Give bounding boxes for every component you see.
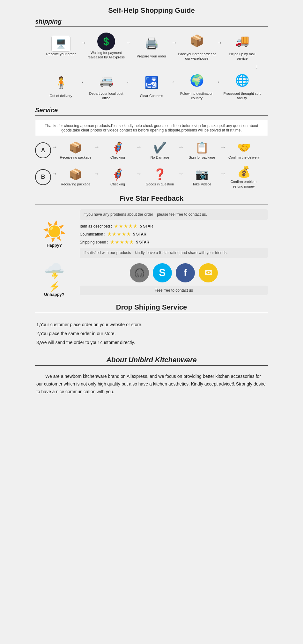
facebook-icon: f [176, 263, 195, 282]
shipping-title: shipping [35, 18, 268, 25]
star-label-1: Item as described : [80, 224, 112, 228]
arrow-a0: → [51, 144, 58, 151]
icon-b1: 📦 [69, 168, 82, 181]
pickup-label: Picjed up by mail service [223, 52, 261, 61]
flow-item-destination: 🌍 Folown to destination country [178, 71, 216, 101]
shipping-section: shipping 🖥️ Receive your order → 💲 Waiti… [35, 18, 268, 100]
arrow-a4: → [219, 144, 226, 151]
star-row-1: Item as described : ★★★★★ 5 STAR [80, 223, 268, 229]
drop-item-3: 3,We will send the order to your custome… [36, 338, 267, 347]
label-b2: Checking [110, 182, 125, 186]
stars-3: ★★★★★ [110, 239, 134, 245]
stars-2: ★★★★★ [107, 231, 131, 237]
pack-label: Pack your order order at our warehouse [178, 52, 216, 61]
arrow-b3: → [177, 170, 184, 177]
arrow-3: → [171, 40, 178, 46]
service-note: Thanks for choosing apeman products.Plea… [35, 120, 268, 136]
icon-a3: ✔️ [153, 141, 166, 154]
service-item-a3: ✔️ No Damage [142, 141, 177, 160]
page-container: Self-Help Shopping Guide shipping 🖥️ Rec… [32, 0, 271, 404]
label-a3: No Damage [151, 155, 169, 160]
destination-label: Folown to destination country [178, 91, 216, 101]
service-item-b3: ❓ Goods in question [142, 168, 177, 186]
arrow-7: ← [171, 79, 178, 86]
unhappy-label: Unhappy? [35, 292, 73, 297]
rain-icon: ⚡ [35, 281, 73, 292]
label-b3: Goods in question [146, 182, 174, 186]
service-item-a5: 🤝 Confirm the delivery [226, 141, 262, 160]
service-row-a: A → 📦 Receiveing package → 🦸 Checking → … [35, 141, 268, 160]
label-a2: Checking [110, 155, 125, 160]
shipping-row-1: 🖥️ Receive your order → 💲 Waiting for pa… [35, 31, 268, 61]
flow-item-receive: 🖥️ Receive your order [42, 36, 80, 56]
service-label-a: A [35, 142, 51, 158]
payment-icon: 💲 [97, 33, 115, 50]
sort-icon: 🌐 [231, 71, 253, 90]
shipping-divider [35, 26, 268, 27]
arrow-5: ← [80, 79, 87, 86]
prepare-label: Prepare your order [137, 54, 166, 58]
label-b5: Confirm problem, refund money [226, 179, 262, 189]
service-item-b2: 🦸 Checking [100, 168, 135, 186]
arrow-4: → [216, 40, 223, 46]
unhappy-left: 🌩️ ⚡ Unhappy? [35, 261, 73, 297]
cloud-icon: 🌩️ [35, 261, 73, 281]
skype-icon: S [153, 263, 172, 282]
arrow-b0: → [51, 170, 58, 177]
flow-item-payment: 💲 Waiting for payment realeased by Aliex… [87, 33, 125, 60]
icon-a2: 🦸 [111, 141, 124, 154]
payment-label: Waiting for payment realeased by Aliexpr… [87, 50, 125, 60]
star-label-2: Coumnication : [80, 232, 105, 236]
main-title: Self-Help Shopping Guide [35, 6, 268, 15]
label-a1: Receiveing package [60, 155, 91, 160]
flow-item-outdelivery: 🧍 Out of delivery [42, 73, 80, 98]
drop-list: 1,Your customer place order on your webs… [35, 318, 268, 349]
feedback-bubble-bottom: If satisfied with our products，kindly le… [80, 248, 268, 258]
contact-icons: 🎧 S f ✉ [80, 263, 268, 282]
about-divider [35, 365, 268, 366]
service-section: Service Thanks for choosing apeman produ… [35, 107, 268, 189]
service-item-b5: 💰 Confirm problem, refund money [226, 165, 262, 189]
arrow-b1: → [93, 170, 100, 177]
outdelivery-icon: 🧍 [50, 73, 72, 92]
pack-icon: 📦 [186, 31, 208, 50]
prepare-icon: 🖨️ [140, 34, 163, 53]
feedback-divider [35, 205, 268, 205]
flow-item-prepare: 🖨️ Prepare your order [132, 34, 171, 58]
rating-2: 5 STAR [133, 232, 146, 236]
label-b1: Receiving package [61, 182, 91, 186]
service-item-a4: 📋 Sign for package [184, 141, 219, 160]
service-row-b: B → 📦 Receiving package → 🦸 Checking → ❓… [35, 165, 268, 189]
depart-icon: 🚐 [95, 71, 117, 90]
drop-item-2: 2,You place the same order in our store. [36, 329, 267, 338]
about-title: About Unibird Kitchenware [35, 356, 268, 364]
star-row-2: Coumnication : ★★★★★ 5 STAR [80, 231, 268, 237]
contact-label: Free free to contact us [80, 286, 268, 295]
label-a5: Confirm the delivery [228, 155, 260, 160]
contact-area: 🎧 S f ✉ Free free to contact us [80, 263, 268, 295]
feedback-happy-row: ☀️ Happy? if you have any problems about… [35, 209, 268, 258]
customs-label: Clear Customs [140, 94, 163, 98]
happy-icon-group: ☀️ Happy? [35, 220, 73, 248]
arrow-a3: → [177, 144, 184, 151]
star-label-3: Shipping speed : [80, 240, 108, 244]
arrow-b4: → [219, 170, 226, 177]
icon-a5: 🤝 [237, 141, 251, 154]
about-section: About Unibird Kitchenware We are a newbo… [35, 356, 268, 398]
flow-item-customs: 🛃 Clear Customs [132, 73, 171, 98]
service-item-b1: 📦 Receiving package [58, 168, 93, 186]
feedback-section: Five Star Feedback ☀️ Happy? if you have… [35, 194, 268, 297]
happy-label: Happy? [35, 243, 73, 248]
sun-icon: ☀️ [35, 220, 73, 243]
feedback-title: Five Star Feedback [35, 194, 268, 203]
customs-icon: 🛃 [140, 73, 163, 92]
service-divider [35, 115, 268, 116]
rating-1: 5 STAR [140, 224, 153, 228]
flow-item-pack: 📦 Pack your order order at our warehouse [178, 31, 216, 61]
service-title: Service [35, 107, 268, 114]
star-row-3: Shipping speed : ★★★★★ 5 STAR [80, 239, 268, 245]
arrow-1: → [80, 40, 87, 46]
icon-b2: 🦸 [111, 168, 124, 181]
drop-title: Drop Shiping Service [35, 303, 268, 311]
arrow-8: ← [216, 79, 223, 86]
